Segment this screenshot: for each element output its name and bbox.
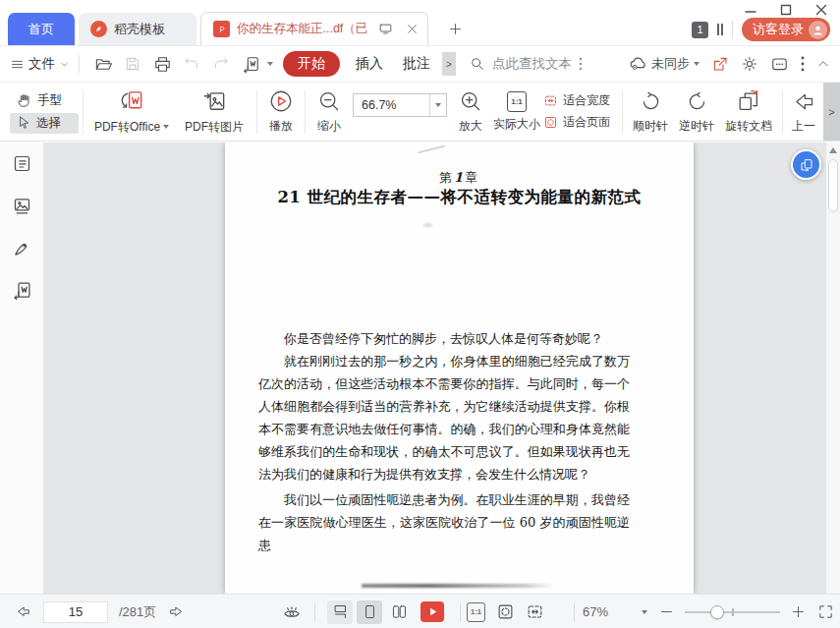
new-tab-button[interactable] [440,13,470,45]
presentation-view-icon[interactable] [375,20,395,39]
menu-bar: 文件 开始 插入 批注 > 点此查找文本 未同步 [0,46,840,83]
signature-pen-button[interactable] [7,233,36,262]
doc-convert-icon [799,157,814,173]
zoom-in-button[interactable]: 放大 [451,89,490,135]
pdf-to-image-button[interactable]: PDF转图片 [176,88,252,136]
menu-tabs-overflow-button[interactable]: > [442,52,456,76]
play-button[interactable]: 播放 [261,88,301,135]
menu-tab-insert[interactable]: 插入 [346,55,393,73]
floating-convert-button[interactable] [791,149,821,180]
menu-tab-start-label: 开始 [298,55,325,73]
divider [460,603,461,621]
size-buttons-group: 1:1 [454,595,544,628]
collapse-ribbon-icon[interactable] [816,57,830,71]
fit-width-statusbar-button[interactable] [526,602,544,621]
pdf-page[interactable]: 第1章 21 世纪的生存者——将不适转变为能量的新范式 你是否曾经停下匆忙的脚步… [225,143,694,594]
tabbar-right-cluster: 1 访客登录 [692,18,830,41]
divider [79,55,80,73]
fit-buttons-group: 适合宽度 适合页面 [543,92,618,131]
single-page-view-button[interactable] [357,600,382,624]
undo-button[interactable] [179,51,204,77]
fit-width-button[interactable]: 适合宽度 [543,92,618,109]
select-tool-button[interactable]: 选择 [10,113,79,134]
zoom-slider-knob[interactable] [710,605,724,619]
rotate-document-button[interactable]: 旋转文档 [719,88,778,135]
maximize-button[interactable] [775,2,797,18]
view-mode-group [281,595,414,628]
statusbar-play-button[interactable] [420,601,444,622]
find-text-button[interactable]: 点此查找文本 [470,55,583,73]
previous-page-nav-button[interactable] [14,602,32,621]
feedback-icon[interactable] [770,55,789,74]
print-button[interactable] [149,51,175,77]
window-tabbar: 首页 稻壳模板 你的生存本能正...df（已加密） 1 访客登录 [0,0,840,46]
play-group [420,595,444,628]
fit-width-icon [543,93,558,108]
more-options-kebab-icon[interactable] [801,56,805,72]
rotate-document-icon [736,88,761,114]
page-number-input[interactable] [43,601,108,623]
next-page-nav-button[interactable] [167,602,186,621]
fit-page-statusbar-button[interactable] [496,602,515,621]
divider [622,90,623,134]
zoom-percent-caret[interactable] [642,610,647,614]
tab-home[interactable]: 首页 [8,13,75,45]
outline-panel-button[interactable] [7,148,36,178]
zoom-slider[interactable] [685,605,780,619]
page-body-text: 你是否曾经停下匆忙的脚步，去惊叹人体是何等奇妙呢？ 就在刚刚过去的那一秒之内，你… [258,327,630,556]
pdf-to-office-button[interactable]: PDF转Office [87,88,176,136]
continuous-view-button[interactable] [327,600,353,624]
pdf-to-office-label: PDF转Office [94,119,160,136]
close-tab-icon[interactable] [402,20,421,39]
fit-page-button[interactable]: 适合页面 [543,114,618,131]
fullscreen-button[interactable] [817,603,834,620]
actual-size-statusbar-button[interactable]: 1:1 [467,602,485,622]
vertical-scrollbar[interactable] [826,143,840,594]
previous-page-arrow-icon [792,89,816,114]
scrollbar-thumb[interactable] [828,159,838,212]
settings-gear-icon[interactable] [741,55,758,73]
two-page-view-button[interactable] [386,600,412,624]
window-stack-icon[interactable] [717,24,723,35]
share-button[interactable] [711,55,729,73]
tab-home-label: 首页 [28,21,54,38]
save-button[interactable] [120,51,145,77]
tab-document[interactable]: 你的生存本能正...df（已加密） [200,12,428,45]
toolbar-overflow-button[interactable]: > [823,83,840,142]
menu-tab-start[interactable]: 开始 [283,51,340,77]
rotate-counterclockwise-button[interactable]: 逆时针 [674,89,719,135]
scroll-up-arrow[interactable] [829,147,837,153]
fit-page-label: 适合页面 [563,114,610,131]
redo-button[interactable] [208,51,234,77]
close-window-button[interactable] [811,2,832,18]
zoom-out-button[interactable]: 缩小 [309,89,349,135]
zoom-plus-button[interactable] [791,604,806,619]
zoom-level-dropdown[interactable] [429,94,446,116]
open-file-button[interactable] [90,51,116,77]
guest-login-button[interactable]: 访客登录 [742,18,830,41]
export-word-icon[interactable] [238,51,263,77]
export-dropdown-caret[interactable] [267,62,273,66]
minimize-button[interactable] [740,2,761,18]
divider [314,603,315,621]
document-viewport[interactable]: 第1章 21 世纪的生存者——将不适转变为能量的新范式 你是否曾经停下匆忙的脚步… [44,143,840,594]
rotate-counterclockwise-label: 逆时针 [679,118,714,135]
sync-status-button[interactable]: 未同步 [629,55,700,74]
window-count-badge[interactable]: 1 [692,22,708,38]
eye-protection-button[interactable] [281,601,303,623]
rotate-clockwise-button[interactable]: 顺时针 [627,89,674,135]
menu-tab-comment[interactable]: 批注 [393,55,440,73]
zoom-percent-label[interactable]: 67% [583,604,608,619]
tab-docer-templates[interactable]: 稻壳模板 [79,13,196,45]
find-text-placeholder: 点此查找文本 [492,55,572,73]
zoom-minus-button[interactable] [659,604,674,619]
images-panel-button[interactable] [7,191,36,220]
export-to-word-button[interactable] [7,275,36,305]
hand-tool-button[interactable]: 手型 [10,90,79,111]
previous-page-button[interactable]: 上一 [787,89,820,135]
guest-login-label: 访客登录 [753,21,804,38]
file-menu[interactable]: 文件 [10,55,70,73]
actual-size-button[interactable]: 1:1 实际大小 [490,91,543,133]
zoom-slider-tick [732,608,734,616]
zoom-level-combobox[interactable]: 66.7% [353,93,447,117]
